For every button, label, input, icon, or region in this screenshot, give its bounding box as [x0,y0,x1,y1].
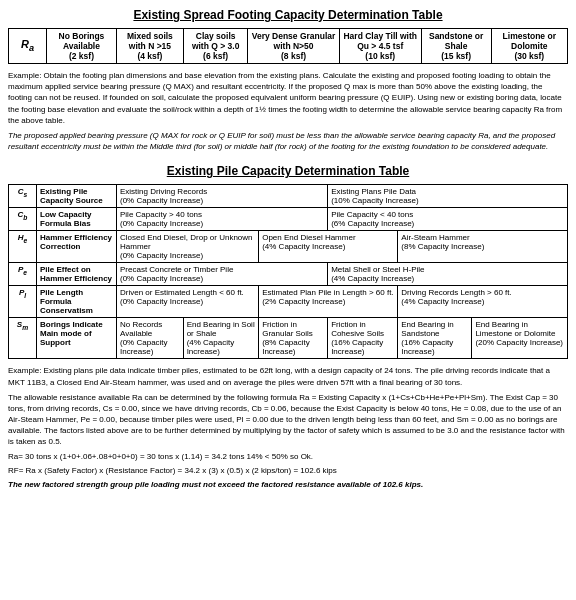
ra-symbol: Ra [21,38,34,50]
sm-col3: Friction in Granular Soils(8% Capacity I… [259,318,328,359]
spread-footing-title: Existing Spread Footing Capacity Determi… [8,8,568,22]
he-col1: Closed End Diesel, Drop or Unknown Hamme… [117,231,259,263]
cs-col2: Existing Plans Pile Data(10% Capacity In… [328,185,568,208]
cb-col2: Pile Capacity < 40 tons(6% Capacity Incr… [328,208,568,231]
col-limestone: Limestone or Dolomite(30 ksf) [491,29,567,64]
pe-label: Pile Effect on Hammer Efficiency [37,263,117,286]
pile-formula-intro: The allowable resistance available Ra ca… [8,392,568,448]
he-col3: Air-Steam Hammer(8% Capacity Increase) [398,231,568,263]
cb-symbol: Cb [9,208,37,231]
col-hard-clay: Hard Clay Till with Qu > 4.5 tsf(10 ksf) [339,29,421,64]
pile-formula2: RF= Ra x (Safety Factor) x (Resistance F… [8,465,568,476]
pl-col2: Estimated Plan Pile in Length > 60 ft.(2… [259,286,398,318]
col-sandstone: Sandstone or Shale(15 ksf) [421,29,491,64]
he-symbol: He [9,231,37,263]
table-row: Pl Pile Length Formula Conservatism Driv… [9,286,568,318]
pl-col3: Driving Records Length > 60 ft.(4% Capac… [398,286,568,318]
sm-label: Borings Indicate Main mode of Support [37,318,117,359]
table-row: Cb Low Capacity Formula Bias Pile Capaci… [9,208,568,231]
table-row: He Hammer Efficiency Correction Closed E… [9,231,568,263]
spread-footing-table: Ra No Borings Available(2 ksf) Mixed soi… [8,28,568,64]
pile-table-title: Existing Pile Capacity Determination Tab… [8,164,568,178]
table-row: Cs Existing Pile Capacity Source Existin… [9,185,568,208]
table-row: Sm Borings Indicate Main mode of Support… [9,318,568,359]
sm-symbol: Sm [9,318,37,359]
sm-col4: Friction in Cohesive Soils(16% Capacity … [328,318,398,359]
cb-col1: Pile Capacity > 40 tons(0% Capacity Incr… [117,208,328,231]
pe-col1: Precast Concrete or Timber Pile(0% Capac… [117,263,328,286]
pile-formula1: Ra= 30 tons x (1+0+.06+.08+0+0+0) = 30 t… [8,451,568,462]
cb-label: Low Capacity Formula Bias [37,208,117,231]
pile-capacity-table: Cs Existing Pile Capacity Source Existin… [8,184,568,359]
sm-col5: End Bearing in Sandstone(16% Capacity In… [398,318,472,359]
sm-col6: End Bearing in Limestone or Dolomite(20%… [472,318,568,359]
sm-col2: End Bearing in Soil or Shale(4% Capacity… [183,318,259,359]
pe-col2: Metal Shell or Steel H-Pile(4% Capacity … [328,263,568,286]
cs-label: Existing Pile Capacity Source [37,185,117,208]
col-very-dense: Very Dense Granular with N>50(8 ksf) [248,29,339,64]
pe-symbol: Pe [9,263,37,286]
pile-example: Example: Existing plans pile data indica… [8,365,568,387]
he-col2: Open End Diesel Hammer(4% Capacity Incre… [259,231,398,263]
cs-col1: Existing Driving Records(0% Capacity Inc… [117,185,328,208]
table-row: Pe Pile Effect on Hammer Efficiency Prec… [9,263,568,286]
col-clay-soils: Clay soils with Q > 3.0(6 ksf) [183,29,247,64]
pl-label: Pile Length Formula Conservatism [37,286,117,318]
spread-footing-example: Example: Obtain the footing plan dimensi… [8,70,568,126]
pl-col1: Driven or Estimated Length < 60 ft.(0% C… [117,286,259,318]
ra-header-cell: Ra [9,29,47,64]
pile-bold-note: The new factored strength group pile loa… [8,479,568,490]
pl-symbol: Pl [9,286,37,318]
cs-symbol: Cs [9,185,37,208]
spread-footing-italic-note: The proposed applied bearing pressure (Q… [8,130,568,152]
col-mixed-soils: Mixed soils with N >15(4 ksf) [116,29,183,64]
sm-col1: No Records Available(0% Capacity Increas… [117,318,184,359]
he-label: Hammer Efficiency Correction [37,231,117,263]
col-no-borings: No Borings Available(2 ksf) [47,29,117,64]
